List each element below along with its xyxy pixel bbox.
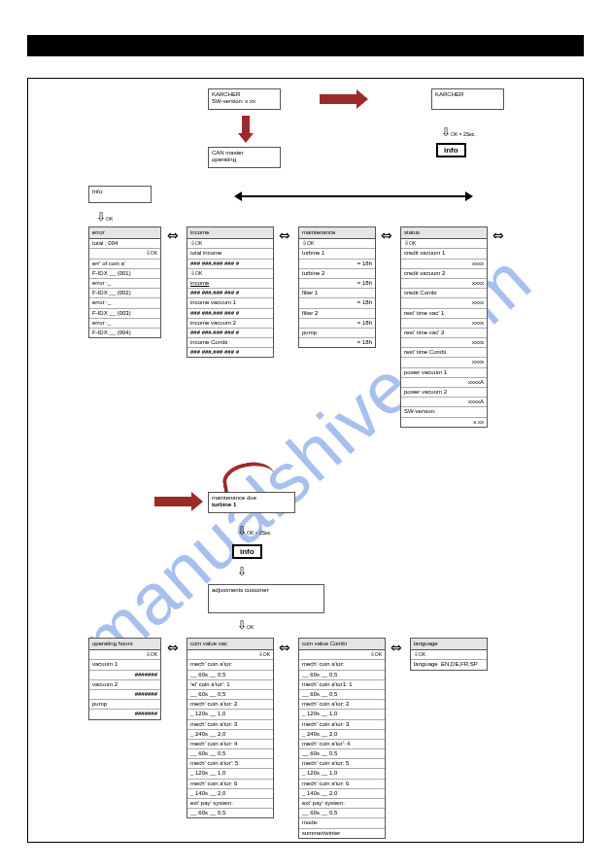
coinvac-ext: ext' pay' system: [187, 799, 273, 809]
maint-f2: filter 2 [299, 309, 375, 319]
down-arrow-ok-icon: ⇩OK [96, 210, 113, 224]
maint-f2v: = 18h [299, 319, 375, 329]
error-3b: F-IDX __ (003) [89, 309, 160, 319]
coincombi-m1v: __ 60s __ 0,5 [299, 671, 385, 680]
income-ok-row: ⇩OK [187, 239, 273, 249]
coincombi-m5v: _ 120s __ 1,0 [299, 769, 385, 779]
arrow-down-icon [242, 116, 250, 135]
dbl-arrow-b3: ⇔ [390, 642, 402, 652]
info-label: Info: [92, 189, 148, 195]
coinvac-ok: ⇩OK [187, 650, 273, 660]
info-button-mid[interactable]: info [232, 540, 262, 559]
lang-lang: language EN,DE,FR,SP [411, 660, 487, 669]
down-arrow-icon: ⇩OK = 2Sec. [441, 125, 476, 139]
maint-t2: turbine 2 [299, 269, 375, 279]
canmaster-l1: CAN master [212, 150, 277, 156]
dbl-arrow-b2: ⇔ [279, 642, 290, 652]
coinvac-m4: mech' coin a'tor: 4 [187, 740, 273, 749]
canmaster-box: CAN master operating [208, 147, 281, 168]
coinvac-m2: mech' coin a'tor: 2 [187, 700, 273, 710]
ok-2sec-mid: OK > 2Sec. [247, 530, 272, 536]
status-rt1v: xxxs [401, 319, 487, 329]
income-total: total income [187, 249, 273, 259]
double-arrow-long [242, 195, 465, 197]
coincombi-m6v: _ 140s __ 2,0 [299, 789, 385, 799]
income-lbl: income [187, 279, 273, 289]
status-c1v: xxxx [401, 260, 487, 269]
coincombi-extv: __ 60s __ 0,5 [299, 809, 385, 818]
error-title: error [89, 227, 160, 239]
coincombi-mode: mode: [299, 818, 385, 828]
income-title: income [187, 227, 273, 239]
dbl-arrow-2: ⇔ [279, 230, 290, 240]
maint-f1: filter 1 [299, 289, 375, 298]
info-box: Info: [88, 186, 152, 203]
karcher-box-2: KARCHER [431, 88, 504, 110]
income-total-val: ### ###.### ### # [187, 260, 273, 269]
coincombi-m2: mech' coin a'tor: 2 [299, 700, 385, 710]
error-2a: error :_ [89, 279, 160, 289]
ophours-v1: vacuum 1 [89, 660, 160, 670]
coincombi-e1: mech' coin a'tor1: 1 [299, 680, 385, 690]
coincombi-m3v: _ 240s __ 2,0 [299, 730, 385, 740]
coincombi-m3: mech' coin a'tor: 3 [299, 720, 385, 730]
income-val: ### ###.### ### # [187, 289, 273, 298]
karcher1-l1: KARCHER [212, 91, 277, 98]
down-arrow-mid-icon: ⇩OK > 2Sec. [237, 524, 272, 538]
maint-ok-row: ⇩OK [299, 239, 375, 249]
ophours-title: operating hours [89, 639, 160, 650]
dbl-arrow-4: ⇔ [492, 230, 504, 240]
income-ok-row2: ⇩OK [187, 269, 273, 279]
status-pv1: power vacuum 1 [401, 368, 487, 378]
dbl-arrow-3: ⇔ [381, 230, 392, 240]
status-ok-row: ⇩OK [401, 239, 487, 249]
coincombi-m6: mech' coin a'tor: 6 [299, 780, 385, 789]
page-frame: manualshive.com KARCHER SW-version: x.xx… [27, 78, 584, 843]
coinvac-e1v: __ 60s __ 0,5 [187, 690, 273, 700]
error-2b: F-IDX __ (002) [89, 289, 160, 298]
ophours-pv: ####### [89, 710, 160, 718]
lang-ok: ⇩OK [411, 650, 487, 660]
income-combiv: ### ###.### ### # [187, 348, 273, 357]
coinvac-m1: mech' coin a'tor: [187, 660, 273, 670]
coinvac-m3v: _ 240s __ 2,0 [187, 730, 273, 740]
arrow-right-icon [320, 94, 358, 104]
income-combi: income Combi [187, 338, 273, 348]
maint-box: maintenance ⇩OK turbine 1 = 18h turbine … [298, 226, 376, 348]
coincombi-ok: ⇩OK [299, 650, 385, 660]
ophours-v2: vacuum 2 [89, 680, 160, 690]
status-ccv: xxxx [401, 298, 487, 308]
down-arrow-mid3-icon: ⇩OK [237, 618, 254, 632]
ophours-box: operating hours ⇩OK vacuum 1 ####### vac… [88, 638, 161, 720]
maint-t2v: = 18h [299, 279, 375, 289]
lang-title: language [411, 639, 487, 650]
coinvac-box: coin value vac ⇩OK mech' coin a'tor: __ … [187, 638, 274, 818]
coincombi-modev: summer/winter [299, 829, 385, 838]
maint-pumpv: = 18h [299, 338, 375, 347]
status-rtcv: xxxs [401, 358, 487, 367]
karcher2-l1: KARCHER [435, 91, 500, 98]
error-1b: F-IDX __ (001) [89, 269, 160, 279]
error-total: total : 004 [89, 239, 160, 249]
error-3a: error :_ [89, 298, 160, 308]
coinvac-m2v: _ 120s __ 1,0 [187, 710, 273, 719]
info-button-top[interactable]: info [436, 139, 466, 157]
error-ok-row: ⇩OK [89, 249, 160, 259]
arrow-right-mid-icon [154, 497, 193, 506]
status-c2v: xxxx [401, 279, 487, 289]
coinvac-extv: __ 60s __ 0,5 [187, 809, 273, 817]
error-box: error total : 004 ⇩OK err' of coin a' F-… [88, 226, 161, 338]
status-pv2v: xxxxA [401, 398, 487, 407]
status-rtc: rest' time Combi [401, 348, 487, 358]
adj-cust-label: adjustments customer [212, 587, 321, 594]
status-pv1v: xxxxA [401, 378, 487, 388]
coincombi-m4: mech' coin a'tor': 4 [299, 740, 385, 749]
coincombi-m2v: _ 120s __ 1,0 [299, 710, 385, 719]
coinvac-m6: mech' coin a'tor: 6 [187, 780, 273, 789]
coinvac-m3: mech' coin a'tor: 3 [187, 720, 273, 730]
error-4a: error :_ [89, 319, 160, 329]
status-swv: x.xx [401, 418, 487, 427]
coincombi-title: coin value Combi [299, 639, 385, 650]
ok-2sec-top: OK = 2Sec. [451, 131, 476, 137]
status-rt2v: xxxs [401, 338, 487, 348]
